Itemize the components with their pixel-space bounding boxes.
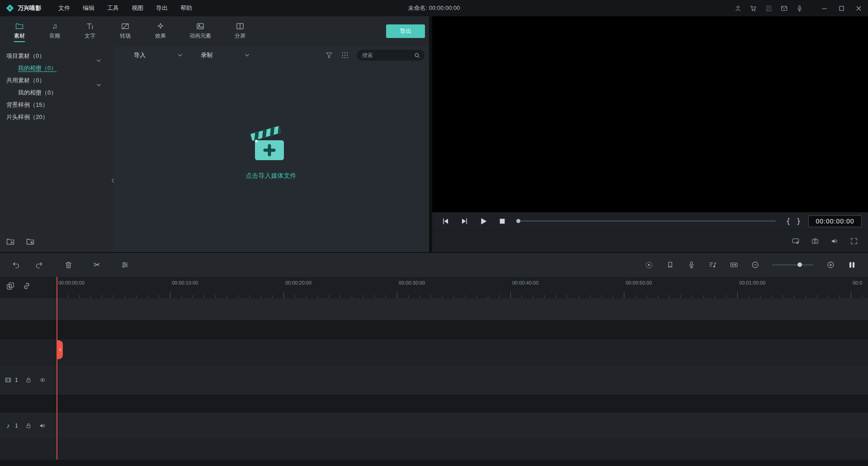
next-frame-button[interactable] (460, 217, 469, 226)
play-button[interactable] (478, 216, 488, 226)
tab-transitions[interactable]: 转场 (108, 21, 143, 42)
menu-export[interactable]: 导出 (150, 4, 174, 12)
fit-timeline-icon[interactable] (730, 261, 738, 269)
timeline-band (0, 439, 868, 460)
collapse-sidebar-handle[interactable] (110, 173, 115, 188)
undo-icon[interactable] (12, 261, 20, 269)
zoom-slider-thumb[interactable] (797, 262, 802, 267)
scrubber-thumb[interactable] (516, 219, 520, 223)
tab-label: 音频 (49, 32, 60, 42)
lock-icon[interactable] (25, 422, 32, 429)
render-preview-icon[interactable] (645, 261, 653, 269)
quick-cut-scissors-icon: ✂ (57, 348, 62, 352)
fullscreen-icon[interactable] (850, 237, 858, 245)
split-scissors-icon[interactable]: ✂ (94, 261, 100, 269)
tab-effects[interactable]: 效果 (143, 21, 178, 42)
add-folder-button[interactable] (6, 237, 15, 246)
timeline-band (0, 298, 868, 320)
sidebar-item-background-samples[interactable]: 背景样例（15） (0, 99, 113, 111)
volume-icon[interactable] (830, 237, 839, 245)
scrubber-track[interactable] (520, 220, 776, 222)
mail-icon[interactable] (780, 5, 788, 12)
audio-track-lane[interactable] (0, 413, 868, 439)
playhead-handle[interactable]: ✂ (57, 340, 63, 359)
redo-icon[interactable] (35, 261, 43, 269)
cart-icon[interactable] (750, 5, 757, 12)
tab-label: 分屏 (235, 32, 245, 42)
sidebar-item-shared-album[interactable]: 我的相册（0） (0, 86, 113, 99)
timeline: 00:00:00:00 00:00:10:00 00:00:20:00 00:0… (0, 277, 868, 466)
marker-flag-icon[interactable] (666, 261, 675, 269)
transition-icon (121, 22, 130, 31)
music-note-icon: ♫ (52, 22, 57, 31)
menu-view[interactable]: 视图 (125, 4, 150, 12)
import-hint-text: 点击导入媒体文件 (246, 172, 297, 180)
track-manager-icon[interactable] (848, 261, 856, 269)
snapshot-camera-icon[interactable] (811, 237, 819, 245)
eye-icon[interactable] (39, 376, 46, 384)
adjust-properties-icon[interactable] (121, 261, 129, 269)
voiceover-mic-icon[interactable] (687, 261, 696, 269)
stop-button[interactable] (498, 217, 507, 226)
ruler-label: 00:00:10:00 (172, 280, 198, 285)
zoom-slider[interactable] (772, 264, 814, 266)
zoom-out-icon[interactable] (751, 261, 760, 269)
account-icon[interactable] (734, 5, 742, 12)
app-logo-icon (5, 4, 14, 13)
speaker-icon[interactable] (39, 422, 46, 429)
tab-elements[interactable]: 动画元素 (178, 21, 222, 42)
video-track-lane[interactable] (0, 366, 868, 395)
timeline-toolbar: ✂ (0, 252, 868, 277)
zoom-in-icon[interactable] (826, 261, 835, 269)
sidebar-item-project-media[interactable]: 项目素材（0） (0, 50, 113, 62)
text-tool-icon (85, 22, 94, 31)
audio-mixer-icon[interactable] (708, 261, 717, 269)
preview-scrubber[interactable] (516, 219, 776, 223)
menu-help[interactable]: 帮助 (174, 4, 198, 12)
ruler-label: 00:00:20:00 (285, 280, 311, 285)
ruler-label: 00:00:30:00 (399, 280, 425, 285)
display-settings-icon[interactable] (792, 237, 800, 245)
menu-file[interactable]: 文件 (52, 4, 76, 12)
transport-bar: { } 00:00:00:00 (432, 212, 868, 230)
chevron-down-icon[interactable] (96, 79, 101, 82)
chevron-down-icon[interactable] (96, 54, 101, 58)
library-section: 素材 ♫ 音频 文字 转场 (0, 16, 432, 252)
ruler-labels: 00:00:00:00 00:00:10:00 00:00:20:00 00:0… (58, 280, 868, 287)
window-controls (821, 5, 863, 12)
library-body: 项目素材（0） 我的相册（0） 共用素材（0） (0, 46, 429, 252)
menu-edit[interactable]: 编辑 (76, 4, 101, 12)
document-title: 未命名: 00:00:00:00 (408, 4, 460, 12)
save-icon[interactable] (765, 5, 773, 12)
delete-icon[interactable] (64, 261, 73, 269)
tab-media[interactable]: 素材 (2, 21, 37, 42)
tab-label: 效果 (155, 32, 166, 42)
media-empty-state[interactable]: 点击导入媒体文件 (113, 49, 429, 252)
tab-label: 文字 (85, 32, 95, 42)
previous-frame-button[interactable] (441, 217, 450, 226)
lock-icon[interactable] (25, 376, 32, 384)
add-track-icon[interactable] (6, 281, 15, 290)
minimize-button[interactable] (821, 5, 828, 12)
menu-tools[interactable]: 工具 (101, 4, 125, 12)
link-icon[interactable] (22, 281, 31, 290)
playhead[interactable] (57, 277, 57, 460)
edit-tools: ✂ (12, 261, 129, 269)
sidebar-item-intro-samples[interactable]: 片头样例（20） (0, 111, 113, 123)
sidebar-item-my-album[interactable]: 我的相册（0） (0, 62, 113, 74)
mark-in-icon[interactable]: { (786, 217, 790, 225)
delete-folder-button[interactable] (26, 237, 35, 246)
microphone-icon[interactable] (796, 5, 803, 12)
split-screen-icon (236, 22, 245, 31)
tab-text[interactable]: 文字 (72, 21, 108, 42)
tab-audio[interactable]: ♫ 音频 (37, 21, 72, 42)
tab-splitscreen[interactable]: 分屏 (222, 21, 258, 42)
close-button[interactable] (855, 5, 863, 12)
sidebar-item-shared-media[interactable]: 共用素材（0） (0, 74, 113, 86)
video-canvas[interactable] (432, 16, 868, 212)
export-button[interactable]: 导出 (386, 24, 425, 38)
picture-icon (196, 22, 205, 31)
timeline-band (0, 460, 868, 466)
maximize-button[interactable] (838, 5, 845, 12)
mark-out-icon[interactable]: } (797, 217, 801, 225)
